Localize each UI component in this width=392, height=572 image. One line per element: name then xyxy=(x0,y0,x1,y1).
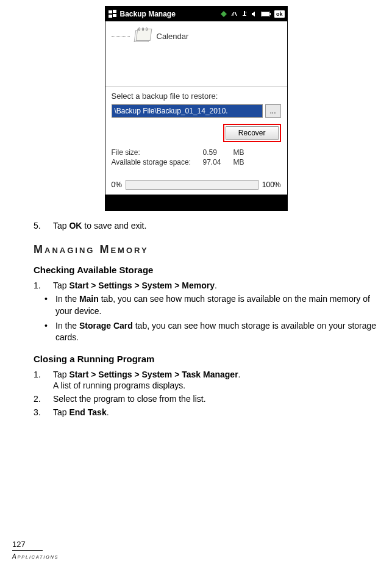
connection-icon xyxy=(230,11,238,17)
footer-rule xyxy=(12,550,43,551)
step-number: 3. xyxy=(34,407,53,418)
step-number: 2. xyxy=(34,393,53,404)
svg-rect-2 xyxy=(109,15,112,18)
checking-steps: 1. Tap Start > Settings > System > Memor… xyxy=(34,280,380,291)
close-step-2: 2. Select the program to close from the … xyxy=(34,393,380,404)
subheading-checking-storage: Checking Available Storage xyxy=(34,265,380,275)
restore-section: Select a backup file to restore: \Backup… xyxy=(105,87,287,173)
check-step-1: 1. Tap Start > Settings > System > Memor… xyxy=(34,280,380,291)
device-screenshot: Backup Manage xyxy=(105,6,288,211)
filesize-row: File size: 0.59 MB xyxy=(112,148,281,157)
content-area: Calendar Select a backup file to restore… xyxy=(105,21,287,195)
page: Backup Manage xyxy=(0,0,392,418)
progress-end: 100% xyxy=(262,181,281,189)
progress-section: 0% 100% xyxy=(105,173,287,195)
storage-label: Available storage space: xyxy=(112,158,203,166)
bullet-list: • In the Main tab, you can see how much … xyxy=(34,293,380,343)
windows-flag-icon xyxy=(108,9,118,19)
titlebar: Backup Manage xyxy=(105,7,287,21)
restore-prompt: Select a backup file to restore: xyxy=(112,91,281,101)
footer-section-label: Applications xyxy=(12,553,59,560)
storage-unit: MB xyxy=(233,158,252,166)
speaker-icon xyxy=(251,11,257,17)
bullet-marker: • xyxy=(45,320,55,344)
recover-highlight: Recover xyxy=(223,124,281,142)
step-number: 1. xyxy=(34,280,53,291)
closing-steps: 1. Tap Start > Settings > System > Task … xyxy=(34,369,380,418)
calendar-item: Calendar xyxy=(105,21,287,86)
ok-button[interactable]: ok xyxy=(274,10,285,18)
heading-managing-memory: Managing Memory xyxy=(34,243,380,256)
recover-row: Recover xyxy=(112,124,281,142)
svg-rect-9 xyxy=(262,12,269,16)
step-text: Select the program to close from the lis… xyxy=(53,393,380,404)
close-step-1: 1. Tap Start > Settings > System > Task … xyxy=(34,369,380,391)
svg-rect-4 xyxy=(244,11,245,15)
svg-rect-3 xyxy=(113,14,116,17)
step-text: Tap Start > Settings > System > Memory. xyxy=(53,280,380,291)
progress-start: 0% xyxy=(112,181,122,189)
svg-rect-0 xyxy=(109,10,112,13)
storage-value: 97.04 xyxy=(203,158,233,166)
step-number: 1. xyxy=(34,369,53,391)
close-step-3: 3. Tap End Task. xyxy=(34,407,380,418)
step-list-5: 5. Tap OK to save and exit. xyxy=(34,220,380,231)
page-number: 127 xyxy=(12,540,59,549)
status-icons: ok xyxy=(221,10,285,18)
path-row: \Backup File\Backup_01_14_2010. ... xyxy=(112,104,281,118)
calendar-icon xyxy=(135,29,152,43)
step-number: 5. xyxy=(34,220,53,231)
step-text: Tap End Task. xyxy=(53,407,380,418)
step-5: 5. Tap OK to save and exit. xyxy=(34,220,380,231)
svg-rect-8 xyxy=(269,13,271,15)
stats-table: File size: 0.59 MB Available storage spa… xyxy=(112,148,281,166)
filesize-value: 0.59 xyxy=(203,148,233,157)
subheading-closing-program: Closing a Running Program xyxy=(34,354,380,364)
tree-line xyxy=(112,36,130,37)
recover-button[interactable]: Recover xyxy=(226,126,279,140)
bullet-text: In the Storage Card tab, you can see how… xyxy=(55,320,380,344)
filesize-unit: MB xyxy=(233,148,252,157)
bullet-main-tab: • In the Main tab, you can see how much … xyxy=(45,293,380,317)
backup-path-input[interactable]: \Backup File\Backup_01_14_2010. xyxy=(112,104,263,118)
browse-button[interactable]: ... xyxy=(265,104,281,118)
bullet-text: In the Main tab, you can see how much st… xyxy=(55,293,380,317)
document-body: 5. Tap OK to save and exit. Managing Mem… xyxy=(0,220,392,418)
page-footer: 127 Applications xyxy=(12,540,59,560)
signal-icon xyxy=(241,11,248,17)
step-text: Tap Start > Settings > System > Task Man… xyxy=(53,369,380,391)
svg-rect-6 xyxy=(246,12,246,13)
titlebar-title: Backup Manage xyxy=(120,10,176,18)
step-subtext: A list of running programs displays. xyxy=(53,380,380,391)
screenshot-figure: Backup Manage xyxy=(105,6,288,211)
storage-row: Available storage space: 97.04 MB xyxy=(112,158,281,166)
bullet-marker: • xyxy=(45,293,55,317)
bullet-storage-card-tab: • In the Storage Card tab, you can see h… xyxy=(45,320,380,344)
step-text: Tap OK to save and exit. xyxy=(53,220,380,231)
progress-bar xyxy=(126,180,258,190)
filesize-label: File size: xyxy=(112,148,203,157)
bottombar xyxy=(105,195,287,210)
battery-icon xyxy=(261,12,271,16)
svg-rect-5 xyxy=(243,15,246,16)
calendar-label: Calendar xyxy=(157,32,189,41)
svg-rect-1 xyxy=(113,10,116,13)
sync-icon xyxy=(221,11,227,17)
